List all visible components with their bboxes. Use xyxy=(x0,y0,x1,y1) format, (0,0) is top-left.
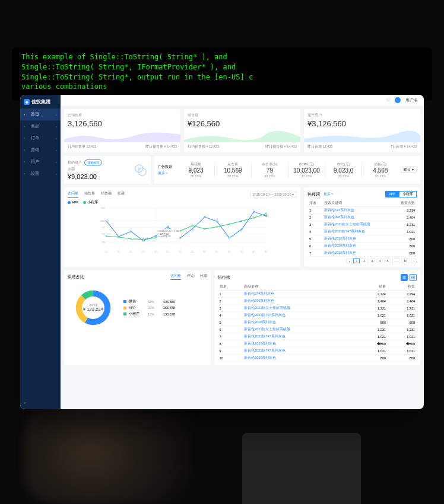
table-row[interactable]: 8新百伦2020系列灰色�800�800 xyxy=(218,340,417,347)
chevron-right-icon: › xyxy=(56,172,57,176)
rank-view-grid-icon[interactable] xyxy=(410,274,417,281)
svg-text:1000: 1000 xyxy=(100,220,105,222)
table-row[interactable]: 1新百伦574系列灰色2,2342,294 xyxy=(218,291,417,298)
nav-icon: ▫ xyxy=(24,148,28,152)
page-number[interactable]: 4 xyxy=(376,259,383,263)
table-row[interactable]: 2新百伦996系列灰色2,4042,404 xyxy=(218,298,417,305)
chart-tab[interactable]: 销售额 xyxy=(101,191,112,198)
svg-point-27 xyxy=(106,220,107,221)
brand-logo: ◆ 佳投集团 xyxy=(20,95,61,109)
hot-search-table: 排名搜索关键词搜索次数1新百伦574系列灰色2,2342新百伦996系列灰色2,… xyxy=(307,200,417,257)
table-row[interactable]: 4新百伦2021款707系列灰色1,0211,021 xyxy=(218,312,417,319)
kpi-card-users: 累计用户 ¥3,126,560 昨日新增 12,4237日新增 ¥ 14,423 xyxy=(304,109,420,152)
date-range-picker[interactable]: 2015-10-10 — 2015-10-10 ▾ xyxy=(250,192,297,197)
page-number[interactable]: 2 xyxy=(361,259,367,263)
table-row[interactable]: 6新百伦2020系列灰色800 xyxy=(307,243,417,250)
segment-button[interactable]: APP xyxy=(385,191,399,197)
rank-table: 排名商品名称销量收益1新百伦574系列灰色2,2342,2942新百伦996系列… xyxy=(218,283,417,362)
dashboard-app: ◆ 佳投集团 ▫首页›▫商品›▫订单›▫营销›▫用户›▫设置› ⇤ ♡ 用户名 … xyxy=(20,95,424,409)
donut-tab[interactable]: 收藏 xyxy=(200,274,207,280)
table-row[interactable]: 3新百伦2021款女士短款羽绒服1,231 xyxy=(307,221,417,228)
hot-search-card: 热搜词 更多 > APP小程序 排名搜索关键词搜索次数1新百伦574系列灰色2,… xyxy=(304,187,420,267)
legend-item: APP30%265,788 xyxy=(123,306,175,310)
page-number[interactable]: 10 xyxy=(401,259,410,263)
legend-item[interactable]: APP xyxy=(68,200,78,205)
chevron-right-icon: › xyxy=(56,136,57,140)
table-row[interactable]: 5新百伦2020系列灰色800800 xyxy=(218,319,417,326)
chart-tab[interactable]: 收藏 xyxy=(118,191,125,198)
page-number[interactable]: 3 xyxy=(369,259,375,263)
page-number[interactable]: 5 xyxy=(384,259,391,263)
ad-more-link[interactable]: 更多 > xyxy=(158,171,172,176)
recommend-button[interactable]: 我要推荐 xyxy=(84,160,102,165)
chart-tab[interactable]: 销售量 xyxy=(84,191,95,198)
page-number[interactable]: … xyxy=(392,259,401,263)
ad-period-select[interactable]: 昨日 ▾ xyxy=(401,167,417,173)
svg-point-41 xyxy=(106,235,107,237)
svg-point-36 xyxy=(217,221,218,222)
coins-icon: ¥ xyxy=(134,164,147,177)
svg-text:750: 750 xyxy=(102,227,105,229)
table-row[interactable]: 1新百伦574系列灰色2,234 xyxy=(307,207,417,214)
svg-point-54 xyxy=(265,213,267,214)
ad-metrics-card: 广告数据 更多 > 展现量9,02330.23%点击量10,56930.23%点… xyxy=(154,156,421,184)
table-row[interactable]: 2新百伦996系列灰色2,404 xyxy=(307,214,417,221)
nav-icon: ▫ xyxy=(24,160,28,164)
page-prev[interactable]: ‹ xyxy=(346,259,352,263)
donut-tab[interactable]: 访问量 xyxy=(170,274,181,280)
donut-tab[interactable]: 评论 xyxy=(187,274,194,280)
svg-text:¥ 123,224: ¥ 123,224 xyxy=(83,307,104,312)
user-name[interactable]: 用户名 xyxy=(405,97,418,103)
table-row[interactable]: 7新百伦2020系列灰色800 xyxy=(307,250,417,257)
table-row[interactable]: 6新百伦2021款女士短款羽绒服1,2311,231 xyxy=(218,326,417,333)
svg-rect-65 xyxy=(414,278,415,279)
svg-point-52 xyxy=(241,220,242,221)
topbar: ♡ 用户名 xyxy=(61,95,424,106)
segment-button[interactable]: 小程序 xyxy=(399,191,417,197)
svg-text:1500: 1500 xyxy=(100,207,105,209)
sidebar-item-3[interactable]: ▫营销› xyxy=(20,144,61,156)
sidebar-item-2[interactable]: ▫订单› xyxy=(20,132,61,144)
svg-text:3月: 3月 xyxy=(228,251,231,253)
nav-icon: ▫ xyxy=(24,124,28,129)
svg-point-43 xyxy=(131,238,132,240)
ad-metric: 点击率(%)7930.23% xyxy=(251,162,288,178)
wallet-card: 我的财产 我要推荐 余额 ¥9,023.00 ¥ xyxy=(64,156,151,184)
sparkline xyxy=(64,130,180,142)
svg-point-51 xyxy=(229,224,230,225)
chart-tab[interactable]: 访问量 xyxy=(68,191,78,198)
svg-text:3月: 3月 xyxy=(204,251,207,253)
sidebar-item-4[interactable]: ▫用户› xyxy=(20,156,61,168)
channel-donut-card: 渠道占比 访问量评论收藏 访问量¥ 123,224 微信58%436,880AP… xyxy=(64,270,211,365)
svg-point-49 xyxy=(204,228,205,229)
avatar[interactable] xyxy=(395,97,401,103)
svg-point-42 xyxy=(118,237,119,238)
table-row[interactable]: 5新百伦2020系列灰色800 xyxy=(307,235,417,243)
notification-icon[interactable]: ♡ xyxy=(386,98,390,103)
table-row[interactable]: 10新百伦2020系列灰色800800 xyxy=(218,355,417,362)
rank-view-list-icon[interactable] xyxy=(401,274,408,281)
table-row[interactable]: 9新百伦2021款747系列灰色1,0211,021 xyxy=(218,347,417,355)
svg-point-32 xyxy=(167,226,169,227)
donut-chart: 访问量¥ 123,224 xyxy=(68,282,119,333)
sidebar-collapse-icon[interactable]: ⇤ xyxy=(20,397,61,409)
sidebar-item-5[interactable]: ▫设置› xyxy=(20,168,61,180)
table-row[interactable]: 3新百伦2021款女士短款羽绒服1,2311,231 xyxy=(218,305,417,312)
svg-text:4月: 4月 xyxy=(252,251,255,253)
legend-item[interactable]: 小程序 xyxy=(83,200,98,205)
page-next[interactable]: › xyxy=(411,259,417,263)
svg-point-37 xyxy=(229,237,230,238)
table-row[interactable]: 4新百伦2021款747系列灰色1,021 xyxy=(307,228,417,235)
svg-text:1月: 1月 xyxy=(129,251,132,253)
sidebar-item-1[interactable]: ▫商品› xyxy=(20,120,61,132)
svg-text:500: 500 xyxy=(102,233,105,235)
sidebar-item-0[interactable]: ▫首页› xyxy=(20,109,61,120)
nav-icon: ▫ xyxy=(24,136,28,141)
svg-rect-63 xyxy=(414,276,415,277)
legend-item: 微信58%436,880 xyxy=(123,299,175,304)
svg-point-29 xyxy=(131,231,132,232)
ad-metric: 展现量9,02330.23% xyxy=(178,162,214,178)
table-row[interactable]: 7新百伦2021款747系列灰色1,0211,021 xyxy=(218,333,417,340)
page-number[interactable]: 1 xyxy=(353,259,360,263)
search-more-link[interactable]: 更多 > xyxy=(324,192,334,196)
